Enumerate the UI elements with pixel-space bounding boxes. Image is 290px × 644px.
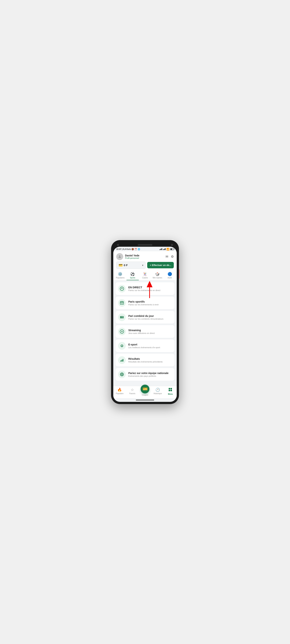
bottom-nav: 🔥 Populaire ☆ Favoris 🎫 Coupon 🕐 Histori… [113, 386, 177, 398]
resultats-desc: Résultats des événements précédents [128, 361, 172, 363]
svg-point-11 [121, 316, 121, 317]
nav-tabs: ⚙️ Populaires ⚽ Sports 🃏 Casino 🎲 Win Ga… [113, 270, 177, 280]
status-bar: 10:07 | 0,4 Ko/s 🔕 ⏰ 🌐 📶 [113, 247, 177, 251]
svg-rect-9 [120, 316, 124, 317]
tab-autre-label: Autre [168, 277, 172, 279]
signal-icon-2 [163, 248, 166, 250]
balance-amount: 0 F [124, 264, 128, 267]
esport-title: E-sport [128, 343, 172, 346]
resultats-icon [118, 356, 126, 364]
paris-sportifs-desc: Pariez sur les événements à venir [128, 304, 172, 306]
svg-rect-24 [170, 388, 172, 390]
svg-rect-23 [169, 388, 170, 390]
bottom-nav-historique-label: Historique [154, 392, 162, 394]
sports-menu-content: EN DIRECT Pariez sur les événements en d… [113, 280, 177, 383]
paris-sportifs-text: Paris sportifs Pariez sur les événements… [128, 300, 172, 306]
phone-speaker [138, 244, 152, 246]
flame-icon: 🔥 [117, 388, 122, 392]
en-direct-desc: Pariez sur les événements en direct [128, 289, 172, 292]
en-direct-text: EN DIRECT Pariez sur les événements en d… [128, 286, 172, 292]
camera-left [117, 244, 119, 246]
bottom-nav-historique[interactable]: 🕐 Historique [151, 388, 164, 396]
tab-populaires[interactable]: ⚙️ Populaires [114, 270, 127, 280]
equipe-nationale-desc: Événements des pays préférés [128, 375, 172, 377]
battery-icon [170, 248, 174, 250]
user-name: Daniel Yede [125, 254, 139, 257]
paris-sportifs-icon [118, 299, 126, 307]
resultats-title: Résultats [128, 357, 172, 360]
svg-rect-17 [120, 360, 121, 362]
wallet-icon: 💳 [119, 263, 123, 267]
home-indicator [136, 400, 154, 400]
header-top: Daniel Yede Profil personnel ✉ ⚙ [116, 253, 174, 260]
coupon-button[interactable]: 🎫 [141, 385, 149, 394]
en-direct-title: EN DIRECT [128, 286, 172, 289]
phone-screen: 10:07 | 0,4 Ko/s 🔕 ⏰ 🌐 📶 [113, 247, 177, 402]
ticket-icon: 🎫 [143, 387, 148, 392]
balance-box[interactable]: 💳 0 F ▾ [116, 262, 146, 269]
clock-icon: 🕐 [155, 388, 160, 392]
settings-icon[interactable]: ⚙ [171, 254, 174, 259]
tab-sports[interactable]: ⚽ Sports [127, 270, 139, 280]
svg-rect-19 [123, 359, 123, 362]
svg-point-16 [122, 345, 123, 346]
en-direct-item[interactable]: EN DIRECT Pariez sur les événements en d… [116, 282, 174, 295]
status-time-info: 10:07 | 0,4 Ko/s 🔕 ⏰ 🌐 [116, 248, 140, 250]
resultats-text: Résultats Résultats des événements précé… [128, 357, 172, 363]
casino-icon: 🃏 [143, 272, 147, 276]
svg-rect-26 [170, 390, 172, 391]
esport-desc: Les meilleurs événements d'e-sport [128, 346, 172, 348]
bottom-nav-coupon-label: Coupon [142, 394, 148, 396]
pari-combine-title: Pari combiné du jour [128, 314, 172, 318]
side-button [179, 270, 180, 278]
tab-win-games[interactable]: 🎲 Win Games [151, 270, 164, 280]
mail-icon[interactable]: ✉ [166, 254, 168, 259]
streaming-title: Streaming [128, 329, 172, 332]
tab-autre[interactable]: 🔵 Autre [163, 270, 176, 280]
svg-rect-8 [122, 303, 123, 304]
equipe-nationale-title: Pariez sur votre équipe nationale [128, 372, 172, 374]
svg-point-15 [121, 345, 122, 346]
paris-sportifs-item[interactable]: Paris sportifs Pariez sur les événements… [116, 296, 174, 309]
populaires-icon: ⚙️ [118, 272, 122, 276]
user-details: Daniel Yede Profil personnel [125, 254, 139, 259]
pari-combine-icon [118, 314, 126, 321]
svg-point-12 [121, 318, 121, 318]
tab-sports-label: Sports [130, 277, 135, 279]
resultats-item[interactable]: Résultats Résultats des événements précé… [116, 354, 174, 366]
bottom-nav-populaire[interactable]: 🔥 Populaire [113, 388, 126, 396]
pari-combine-item[interactable]: Pari combiné du jour Pariez sur les comb… [116, 311, 174, 324]
header: Daniel Yede Profil personnel ✉ ⚙ 💳 0 F ▾… [113, 251, 177, 270]
bottom-nav-favoris-label: Favoris [129, 392, 135, 394]
streaming-desc: Jeux avec diffusions en direct [128, 332, 172, 334]
tab-casino[interactable]: 🃏 Casino [139, 270, 151, 280]
svg-rect-3 [120, 302, 124, 304]
en-direct-icon [118, 285, 126, 292]
bottom-nav-favoris[interactable]: ☆ Favoris [126, 388, 139, 396]
pari-combine-text: Pari combiné du jour Pariez sur les comb… [128, 314, 172, 320]
deposit-button[interactable]: + Effectuer un dé... [147, 262, 174, 268]
svg-rect-25 [169, 390, 170, 391]
paris-sportifs-title: Paris sportifs [128, 300, 172, 303]
camera-right [171, 244, 173, 246]
bottom-nav-coupon[interactable]: 🎫 Coupon [139, 388, 151, 396]
svg-point-0 [119, 255, 120, 256]
header-icons: ✉ ⚙ [166, 254, 174, 259]
chevron-down-icon: ▾ [142, 264, 143, 267]
bottom-nav-menu[interactable]: Menu [164, 388, 177, 396]
esport-item[interactable]: E-sport Les meilleurs événements d'e-spo… [116, 340, 174, 352]
home-indicator-bar [113, 398, 177, 402]
balance-row: 💳 0 F ▾ + Effectuer un dé... [116, 262, 174, 269]
tab-populaires-label: Populaires [116, 277, 124, 279]
streaming-text: Streaming Jeux avec diffusions en direct [128, 329, 172, 334]
wifi-icon: 📶 [166, 248, 169, 250]
svg-rect-7 [121, 303, 122, 304]
svg-marker-14 [122, 331, 123, 332]
avatar [116, 253, 123, 260]
svg-rect-18 [122, 360, 122, 362]
menu-grid-icon [168, 388, 172, 392]
streaming-item[interactable]: Streaming Jeux avec diffusions en direct [116, 325, 174, 338]
status-icons: 📶 [159, 248, 174, 250]
svg-rect-10 [120, 318, 124, 318]
equipe-nationale-item[interactable]: Pariez sur votre équipe nationale Événem… [116, 368, 174, 381]
